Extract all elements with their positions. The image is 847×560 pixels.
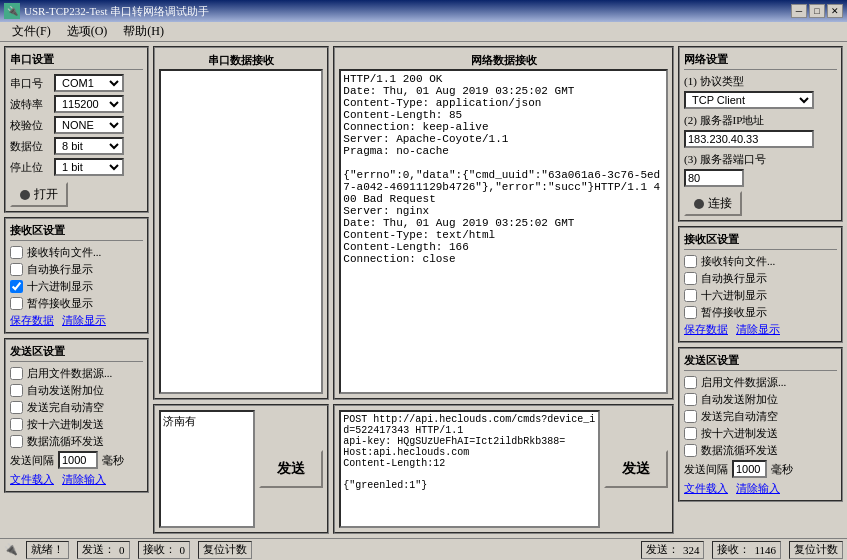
menu-bar: 文件(F) 选项(O) 帮助(H) xyxy=(0,22,847,42)
open-btn-icon xyxy=(20,190,30,200)
net-reset-count[interactable]: 复位计数 xyxy=(789,541,843,559)
port-label: 串口号 xyxy=(10,76,50,91)
serial-recv-check-1[interactable] xyxy=(10,263,23,276)
serial-recv-status: 接收： 0 xyxy=(138,541,191,559)
menu-help[interactable]: 帮助(H) xyxy=(115,21,172,42)
baud-select[interactable]: 115200960038400 xyxy=(54,95,124,113)
app-icon: 🔌 xyxy=(4,3,20,19)
serial-save-data-link[interactable]: 保存数据 xyxy=(10,313,54,328)
serial-settings-title: 串口设置 xyxy=(10,52,143,70)
serial-recv-option-1: 自动换行显示 xyxy=(10,262,143,277)
protocol-select[interactable]: TCP ClientTCP ServerUDP xyxy=(684,91,814,109)
port-select[interactable]: COM1COM2COM3 xyxy=(54,74,124,92)
title-bar: 🔌 USR-TCP232-Test 串口转网络调试助手 ─ □ ✕ xyxy=(0,0,847,22)
net-settings-panel: 网络设置 (1) 协议类型 TCP ClientTCP ServerUDP (2… xyxy=(678,46,843,534)
net-connect-button[interactable]: 连接 xyxy=(684,191,742,216)
window-controls: ─ □ ✕ xyxy=(791,4,843,18)
data-bits-label: 数据位 xyxy=(10,139,50,154)
net-send-check-3[interactable] xyxy=(684,427,697,440)
serial-settings-panel: 串口设置 串口号 COM1COM2COM3 波特率 11520096003840… xyxy=(4,46,149,534)
serial-recv-check-2[interactable] xyxy=(10,280,23,293)
net-file-load-link[interactable]: 文件载入 xyxy=(684,481,728,496)
serial-recv-check-0[interactable] xyxy=(10,246,23,259)
serial-clear-input-link[interactable]: 清除输入 xyxy=(62,472,106,487)
menu-file[interactable]: 文件(F) xyxy=(4,21,59,42)
serial-send-button[interactable]: 发送 xyxy=(259,450,323,488)
serial-file-load-link[interactable]: 文件载入 xyxy=(10,472,54,487)
net-recv-settings-title: 接收区设置 xyxy=(684,232,837,250)
net-send-check-0[interactable] xyxy=(684,376,697,389)
serial-data-recv-title: 串口数据接收 xyxy=(159,52,323,69)
minimize-button[interactable]: ─ xyxy=(791,4,807,18)
serial-send-check-0[interactable] xyxy=(10,367,23,380)
ip-label: (2) 服务器IP地址 xyxy=(684,113,837,128)
menu-options[interactable]: 选项(O) xyxy=(59,21,116,42)
stop-bits-select[interactable]: 1 bit2 bit xyxy=(54,158,124,176)
net-send-check-2[interactable] xyxy=(684,410,697,423)
net-interval-input[interactable] xyxy=(732,460,767,478)
stop-bits-label: 停止位 xyxy=(10,160,50,175)
serial-data-recv-area[interactable] xyxy=(159,69,323,394)
serial-reset-count[interactable]: 复位计数 xyxy=(198,541,252,559)
serial-send-check-2[interactable] xyxy=(10,401,23,414)
net-data-recv-title: 网络数据接收 xyxy=(339,52,668,69)
serial-send-settings-title: 发送区设置 xyxy=(10,344,143,362)
net-recv-check-0[interactable] xyxy=(684,255,697,268)
serial-send-check-3[interactable] xyxy=(10,418,23,431)
serial-send-check-1[interactable] xyxy=(10,384,23,397)
middle-panel: 串口数据接收 网络数据接收 HTTP/1.1 200 OK Date: Thu,… xyxy=(153,46,674,534)
net-recv-status: 接收： 1146 xyxy=(712,541,781,559)
net-send-check-4[interactable] xyxy=(684,444,697,457)
serial-recv-option-2: 十六进制显示 xyxy=(10,279,143,294)
ip-input[interactable]: 183.230.40.33 xyxy=(684,130,814,148)
serial-open-button[interactable]: 打开 xyxy=(10,182,68,207)
net-clear-input-link[interactable]: 清除输入 xyxy=(736,481,780,496)
serial-send-check-4[interactable] xyxy=(10,435,23,448)
net-send-check-1[interactable] xyxy=(684,393,697,406)
net-clear-display-link[interactable]: 清除显示 xyxy=(736,322,780,337)
serial-clear-display-link[interactable]: 清除显示 xyxy=(62,313,106,328)
connect-btn-icon xyxy=(694,199,704,209)
net-settings-title: 网络设置 xyxy=(684,52,837,70)
net-send-status: 发送： 324 xyxy=(641,541,705,559)
data-bits-select[interactable]: 8 bit7 bit xyxy=(54,137,124,155)
net-send-text-area[interactable]: POST http://api.heclouds.com/cmds?device… xyxy=(339,410,600,528)
main-content: 串口设置 串口号 COM1COM2COM3 波特率 11520096003840… xyxy=(0,42,847,538)
net-save-data-link[interactable]: 保存数据 xyxy=(684,322,728,337)
net-port-input[interactable]: 80 xyxy=(684,169,744,187)
status-icon: 🔌 xyxy=(4,543,18,556)
serial-recv-check-3[interactable] xyxy=(10,297,23,310)
serial-recv-option-0: 接收转向文件... xyxy=(10,245,143,260)
net-recv-check-1[interactable] xyxy=(684,272,697,285)
serial-send-status: 发送： 0 xyxy=(77,541,130,559)
maximize-button[interactable]: □ xyxy=(809,4,825,18)
window-title: USR-TCP232-Test 串口转网络调试助手 xyxy=(24,4,791,19)
status-bar: 🔌 就绪！ 发送： 0 接收： 0 复位计数 发送： 324 接收： 1146 … xyxy=(0,538,847,560)
parity-label: 校验位 xyxy=(10,118,50,133)
baud-label: 波特率 xyxy=(10,97,50,112)
net-recv-check-2[interactable] xyxy=(684,289,697,302)
serial-interval-input[interactable] xyxy=(58,451,98,469)
port-label-net: (3) 服务器端口号 xyxy=(684,152,837,167)
net-send-button[interactable]: 发送 xyxy=(604,450,668,488)
close-button[interactable]: ✕ xyxy=(827,4,843,18)
serial-send-text-area[interactable]: 济南有 xyxy=(159,410,255,528)
status-ready: 就绪！ xyxy=(26,541,69,559)
serial-recv-option-3: 暂停接收显示 xyxy=(10,296,143,311)
parity-select[interactable]: NONEODDEVEN xyxy=(54,116,124,134)
net-data-recv-area[interactable]: HTTP/1.1 200 OK Date: Thu, 01 Aug 2019 0… xyxy=(339,69,668,394)
protocol-type-label: (1) 协议类型 xyxy=(684,74,837,89)
net-send-settings-title: 发送区设置 xyxy=(684,353,837,371)
net-recv-check-3[interactable] xyxy=(684,306,697,319)
serial-recv-settings-title: 接收区设置 xyxy=(10,223,143,241)
